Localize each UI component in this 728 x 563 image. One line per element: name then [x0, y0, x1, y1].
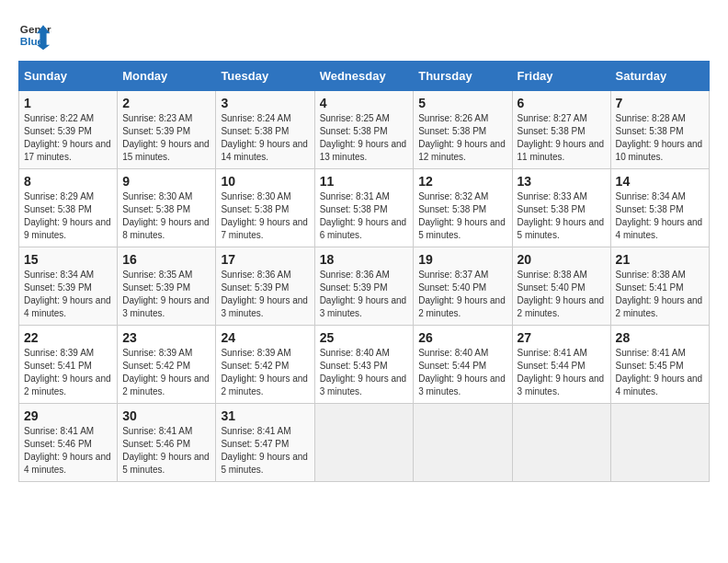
sunrise-label: Sunrise: 8:37 AM [418, 270, 488, 280]
sunrise-label: Sunrise: 8:41 AM [221, 426, 290, 436]
day-number: 16 [122, 252, 210, 267]
daylight-label: Daylight: 9 hours and 2 minutes. [24, 373, 111, 396]
day-number: 26 [418, 330, 506, 345]
daylight-label: Daylight: 9 hours and 5 minutes. [122, 452, 210, 475]
sunset-label: Sunset: 5:39 PM [122, 282, 190, 293]
day-number: 1 [24, 96, 112, 110]
calendar-cell: 6 Sunrise: 8:27 AM Sunset: 5:38 PM Dayli… [512, 91, 610, 169]
sunrise-label: Sunrise: 8:36 AM [221, 270, 290, 280]
calendar-cell: 16 Sunrise: 8:35 AM Sunset: 5:39 PM Dayl… [118, 247, 216, 326]
calendar-cell: 10 Sunrise: 8:30 AM Sunset: 5:38 PM Dayl… [216, 169, 314, 247]
sunrise-label: Sunrise: 8:39 AM [122, 348, 192, 358]
daylight-label: Daylight: 9 hours and 3 minutes. [518, 373, 605, 396]
calendar-cell: 9 Sunrise: 8:30 AM Sunset: 5:38 PM Dayli… [118, 169, 216, 247]
sunrise-label: Sunrise: 8:32 AM [418, 191, 488, 201]
day-number: 29 [24, 408, 112, 423]
daylight-label: Daylight: 9 hours and 3 minutes. [122, 295, 210, 318]
sunset-label: Sunset: 5:39 PM [122, 126, 190, 136]
sunset-label: Sunset: 5:43 PM [320, 361, 388, 371]
sunrise-label: Sunrise: 8:38 AM [518, 270, 587, 280]
day-info: Sunrise: 8:39 AM Sunset: 5:42 PM Dayligh… [221, 347, 309, 398]
calendar-cell: 3 Sunrise: 8:24 AM Sunset: 5:38 PM Dayli… [216, 91, 314, 169]
day-info: Sunrise: 8:41 AM Sunset: 5:46 PM Dayligh… [122, 425, 210, 477]
calendar-table: SundayMondayTuesdayWednesdayThursdayFrid… [18, 61, 710, 482]
day-number: 12 [418, 174, 506, 189]
sunrise-label: Sunrise: 8:36 AM [320, 270, 390, 280]
sunset-label: Sunset: 5:42 PM [122, 361, 190, 371]
sunset-label: Sunset: 5:38 PM [320, 204, 388, 214]
sunrise-label: Sunrise: 8:22 AM [24, 113, 94, 123]
day-number: 30 [122, 408, 210, 423]
sunset-label: Sunset: 5:38 PM [616, 126, 684, 136]
day-number: 24 [221, 330, 309, 345]
sunrise-label: Sunrise: 8:34 AM [24, 270, 94, 280]
day-info: Sunrise: 8:34 AM Sunset: 5:38 PM Dayligh… [616, 190, 704, 242]
logo: General Blue [18, 18, 51, 52]
sunrise-label: Sunrise: 8:39 AM [221, 348, 290, 358]
day-number: 14 [616, 174, 704, 189]
day-info: Sunrise: 8:41 AM Sunset: 5:44 PM Dayligh… [518, 347, 606, 398]
daylight-label: Daylight: 9 hours and 3 minutes. [320, 373, 407, 396]
calendar-cell: 5 Sunrise: 8:26 AM Sunset: 5:38 PM Dayli… [414, 91, 512, 169]
daylight-label: Daylight: 9 hours and 5 minutes. [518, 217, 605, 240]
sunset-label: Sunset: 5:38 PM [221, 204, 289, 214]
page-header: General Blue [18, 18, 710, 52]
sunrise-label: Sunrise: 8:28 AM [616, 113, 686, 123]
calendar-cell: 26 Sunrise: 8:40 AM Sunset: 5:44 PM Dayl… [414, 326, 512, 404]
sunrise-label: Sunrise: 8:30 AM [221, 191, 290, 201]
calendar-cell: 17 Sunrise: 8:36 AM Sunset: 5:39 PM Dayl… [216, 247, 314, 326]
sunrise-label: Sunrise: 8:41 AM [24, 426, 94, 436]
calendar-cell: 2 Sunrise: 8:23 AM Sunset: 5:39 PM Dayli… [118, 91, 216, 169]
day-number: 2 [122, 96, 210, 110]
daylight-label: Daylight: 9 hours and 14 minutes. [221, 139, 308, 162]
calendar-cell: 11 Sunrise: 8:31 AM Sunset: 5:38 PM Dayl… [314, 169, 414, 247]
daylight-label: Daylight: 9 hours and 2 minutes. [518, 295, 605, 318]
day-info: Sunrise: 8:41 AM Sunset: 5:45 PM Dayligh… [616, 347, 704, 398]
sunrise-label: Sunrise: 8:41 AM [518, 348, 587, 358]
day-info: Sunrise: 8:38 AM Sunset: 5:40 PM Dayligh… [518, 269, 606, 320]
day-number: 20 [518, 252, 606, 267]
daylight-label: Daylight: 9 hours and 6 minutes. [320, 217, 407, 240]
calendar-cell: 24 Sunrise: 8:39 AM Sunset: 5:42 PM Dayl… [216, 326, 314, 404]
sunrise-label: Sunrise: 8:35 AM [122, 270, 192, 280]
calendar-cell [610, 404, 709, 482]
sunset-label: Sunset: 5:40 PM [518, 282, 586, 293]
day-number: 11 [320, 174, 409, 189]
day-number: 9 [122, 174, 210, 189]
sunset-label: Sunset: 5:40 PM [418, 282, 486, 293]
day-number: 15 [24, 252, 112, 267]
daylight-label: Daylight: 9 hours and 11 minutes. [518, 139, 605, 162]
daylight-label: Daylight: 9 hours and 5 minutes. [221, 452, 308, 475]
daylight-label: Daylight: 9 hours and 10 minutes. [616, 139, 703, 162]
sunset-label: Sunset: 5:38 PM [320, 126, 388, 136]
day-info: Sunrise: 8:30 AM Sunset: 5:38 PM Dayligh… [221, 190, 309, 242]
calendar-cell: 23 Sunrise: 8:39 AM Sunset: 5:42 PM Dayl… [118, 326, 216, 404]
daylight-label: Daylight: 9 hours and 9 minutes. [24, 217, 111, 240]
calendar-cell: 31 Sunrise: 8:41 AM Sunset: 5:47 PM Dayl… [216, 404, 314, 482]
sunrise-label: Sunrise: 8:27 AM [518, 113, 587, 123]
sunrise-label: Sunrise: 8:30 AM [122, 191, 192, 201]
sunset-label: Sunset: 5:38 PM [122, 204, 190, 214]
sunset-label: Sunset: 5:45 PM [616, 361, 684, 371]
day-info: Sunrise: 8:36 AM Sunset: 5:39 PM Dayligh… [221, 269, 309, 320]
day-number: 17 [221, 252, 309, 267]
day-info: Sunrise: 8:28 AM Sunset: 5:38 PM Dayligh… [616, 112, 704, 164]
day-info: Sunrise: 8:31 AM Sunset: 5:38 PM Dayligh… [320, 190, 409, 242]
daylight-label: Daylight: 9 hours and 4 minutes. [616, 217, 703, 240]
day-number: 19 [418, 252, 506, 267]
calendar-cell: 7 Sunrise: 8:28 AM Sunset: 5:38 PM Dayli… [610, 91, 709, 169]
day-info: Sunrise: 8:37 AM Sunset: 5:40 PM Dayligh… [418, 269, 506, 320]
calendar-cell: 4 Sunrise: 8:25 AM Sunset: 5:38 PM Dayli… [314, 91, 414, 169]
sunset-label: Sunset: 5:42 PM [221, 361, 289, 371]
day-info: Sunrise: 8:33 AM Sunset: 5:38 PM Dayligh… [518, 190, 606, 242]
day-info: Sunrise: 8:35 AM Sunset: 5:39 PM Dayligh… [122, 269, 210, 320]
day-info: Sunrise: 8:41 AM Sunset: 5:47 PM Dayligh… [221, 425, 309, 477]
calendar-cell: 12 Sunrise: 8:32 AM Sunset: 5:38 PM Dayl… [414, 169, 512, 247]
sunset-label: Sunset: 5:44 PM [418, 361, 486, 371]
sunrise-label: Sunrise: 8:40 AM [320, 348, 390, 358]
day-info: Sunrise: 8:39 AM Sunset: 5:41 PM Dayligh… [24, 347, 112, 398]
weekday-header-tuesday: Tuesday [216, 62, 314, 91]
daylight-label: Daylight: 9 hours and 4 minutes. [616, 373, 703, 396]
day-info: Sunrise: 8:41 AM Sunset: 5:46 PM Dayligh… [24, 425, 112, 477]
daylight-label: Daylight: 9 hours and 2 minutes. [221, 373, 308, 396]
